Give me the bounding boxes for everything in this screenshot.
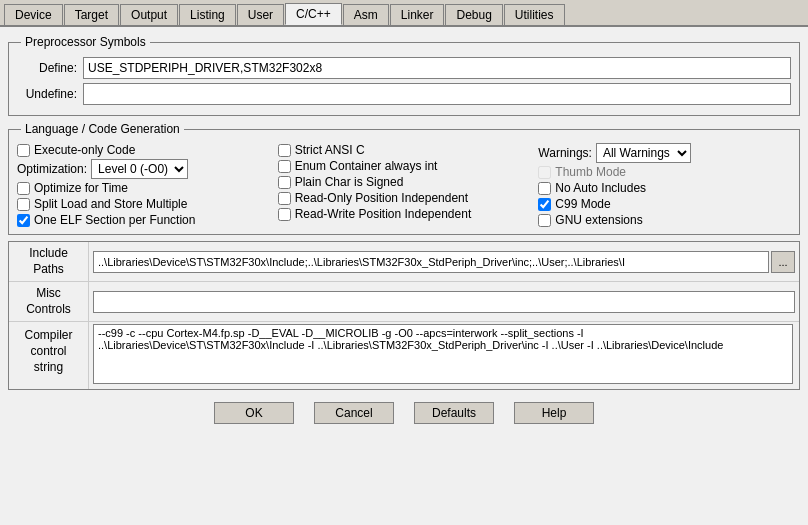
col3: Warnings: All Warnings No Warnings MISRA… xyxy=(538,142,791,228)
check-plain-char: Plain Char is Signed xyxy=(278,174,531,190)
rw-position-label: Read-Write Position Independent xyxy=(295,207,472,221)
ok-button[interactable]: OK xyxy=(214,402,294,424)
include-paths-browse-button[interactable]: ... xyxy=(771,251,795,273)
warnings-label: Warnings: xyxy=(538,146,592,160)
check-gnu-extensions: GNU extensions xyxy=(538,212,791,228)
c99-mode-label: C99 Mode xyxy=(555,197,610,211)
check-c99-mode: C99 Mode xyxy=(538,196,791,212)
compiler-string-label: Compilercontrolstring xyxy=(9,322,89,389)
check-opt-time: Optimize for Time xyxy=(17,180,270,196)
strict-ansi-checkbox[interactable] xyxy=(278,144,291,157)
compiler-string-row: Compilercontrolstring xyxy=(9,322,799,389)
misc-controls-input[interactable] xyxy=(93,291,795,313)
plain-char-label: Plain Char is Signed xyxy=(295,175,404,189)
rw-position-checkbox[interactable] xyxy=(278,208,291,221)
include-paths-row: IncludePaths ... xyxy=(9,242,799,282)
tab-debug[interactable]: Debug xyxy=(445,4,502,25)
execute-only-checkbox[interactable] xyxy=(17,144,30,157)
optimization-label: Optimization: xyxy=(17,162,87,176)
col2: Strict ANSI C Enum Container always int … xyxy=(278,142,531,228)
cancel-button[interactable]: Cancel xyxy=(314,402,394,424)
c99-mode-checkbox[interactable] xyxy=(538,198,551,211)
gnu-extensions-label: GNU extensions xyxy=(555,213,642,227)
tab-output[interactable]: Output xyxy=(120,4,178,25)
optimization-row: Optimization: Level 0 (-O0) Level 1 (-O1… xyxy=(17,158,270,180)
defaults-button[interactable]: Defaults xyxy=(414,402,494,424)
check-ro-position: Read-Only Position Independent xyxy=(278,190,531,206)
misc-controls-input-wrap xyxy=(89,282,799,321)
misc-controls-row: MiscControls xyxy=(9,282,799,322)
split-load-checkbox[interactable] xyxy=(17,198,30,211)
preprocessor-legend: Preprocessor Symbols xyxy=(21,35,150,49)
warnings-row: Warnings: All Warnings No Warnings MISRA… xyxy=(538,142,791,164)
help-button[interactable]: Help xyxy=(514,402,594,424)
strict-ansi-label: Strict ANSI C xyxy=(295,143,365,157)
gnu-extensions-checkbox[interactable] xyxy=(538,214,551,227)
execute-only-label: Execute-only Code xyxy=(34,143,135,157)
check-no-auto-includes: No Auto Includes xyxy=(538,180,791,196)
warnings-select[interactable]: All Warnings No Warnings MISRA C xyxy=(596,143,691,163)
undefine-label: Undefine: xyxy=(17,87,77,101)
thumb-mode-label: Thumb Mode xyxy=(555,165,626,179)
language-group: Language / Code Generation Execute-only … xyxy=(8,122,800,235)
split-load-label: Split Load and Store Multiple xyxy=(34,197,187,211)
button-bar: OK Cancel Defaults Help xyxy=(8,396,800,430)
one-elf-label: One ELF Section per Function xyxy=(34,213,195,227)
no-auto-includes-checkbox[interactable] xyxy=(538,182,551,195)
check-rw-position: Read-Write Position Independent xyxy=(278,206,531,222)
preprocessor-group: Preprocessor Symbols Define: Undefine: xyxy=(8,35,800,116)
ro-position-checkbox[interactable] xyxy=(278,192,291,205)
enum-container-checkbox[interactable] xyxy=(278,160,291,173)
compiler-string-input-wrap xyxy=(89,322,799,389)
col1: Execute-only Code Optimization: Level 0 … xyxy=(17,142,270,228)
define-input[interactable] xyxy=(83,57,791,79)
language-legend: Language / Code Generation xyxy=(21,122,184,136)
plain-char-checkbox[interactable] xyxy=(278,176,291,189)
tab-bar: Device Target Output Listing User C/C++ … xyxy=(0,0,808,27)
check-split-load: Split Load and Store Multiple xyxy=(17,196,270,212)
tab-target[interactable]: Target xyxy=(64,4,119,25)
ro-position-label: Read-Only Position Independent xyxy=(295,191,468,205)
tab-utilities[interactable]: Utilities xyxy=(504,4,565,25)
tab-device[interactable]: Device xyxy=(4,4,63,25)
check-strict-ansi: Strict ANSI C xyxy=(278,142,531,158)
tab-cpp[interactable]: C/C++ xyxy=(285,3,342,25)
no-auto-includes-label: No Auto Includes xyxy=(555,181,646,195)
tab-listing[interactable]: Listing xyxy=(179,4,236,25)
bottom-fields: IncludePaths ... MiscControls Compilerco… xyxy=(8,241,800,390)
undefine-row: Undefine: xyxy=(17,83,791,105)
thumb-mode-checkbox[interactable] xyxy=(538,166,551,179)
compiler-string-textarea[interactable] xyxy=(93,324,793,384)
optimization-select[interactable]: Level 0 (-O0) Level 1 (-O1) Level 2 (-O2… xyxy=(91,159,188,179)
tab-user[interactable]: User xyxy=(237,4,284,25)
check-enum-container: Enum Container always int xyxy=(278,158,531,174)
opt-time-label: Optimize for Time xyxy=(34,181,128,195)
undefine-input[interactable] xyxy=(83,83,791,105)
define-label: Define: xyxy=(17,61,77,75)
misc-controls-label: MiscControls xyxy=(9,282,89,321)
include-paths-input[interactable] xyxy=(93,251,769,273)
tab-linker[interactable]: Linker xyxy=(390,4,445,25)
include-paths-input-wrap: ... xyxy=(89,242,799,281)
one-elf-checkbox[interactable] xyxy=(17,214,30,227)
check-one-elf: One ELF Section per Function xyxy=(17,212,270,228)
include-paths-label: IncludePaths xyxy=(9,242,89,281)
opt-time-checkbox[interactable] xyxy=(17,182,30,195)
check-thumb-mode: Thumb Mode xyxy=(538,164,791,180)
tab-asm[interactable]: Asm xyxy=(343,4,389,25)
define-row: Define: xyxy=(17,57,791,79)
check-execute-only: Execute-only Code xyxy=(17,142,270,158)
enum-container-label: Enum Container always int xyxy=(295,159,438,173)
